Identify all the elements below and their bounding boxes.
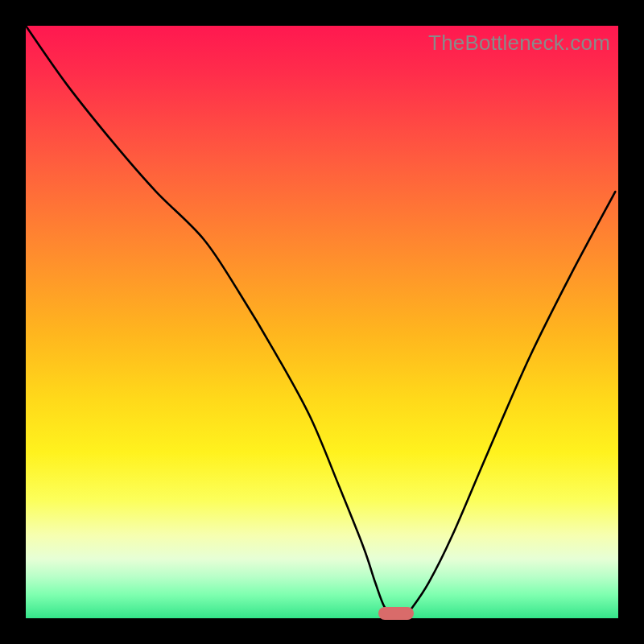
chart-frame: TheBottleneck.com (0, 0, 644, 644)
optimal-point-marker (378, 607, 414, 620)
plot-area: TheBottleneck.com (26, 26, 618, 618)
bottleneck-curve (26, 26, 618, 618)
